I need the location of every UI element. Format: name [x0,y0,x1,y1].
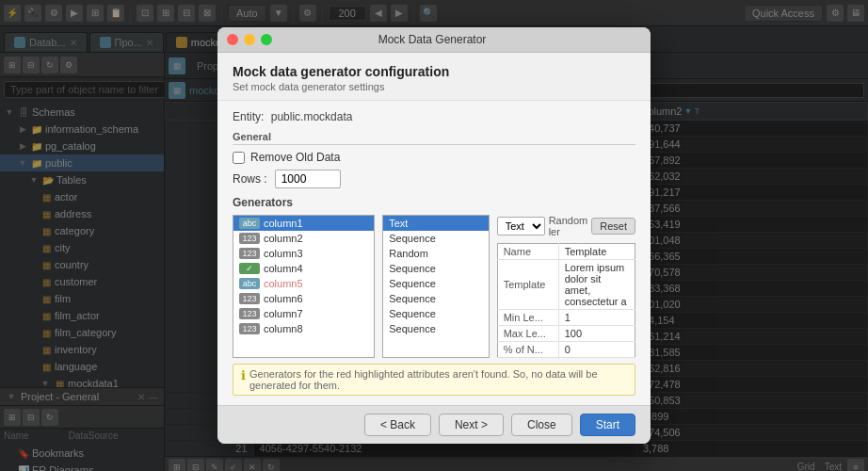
gen-prop-value: Lorem ipsum dolor sit amet, consectetur … [558,260,635,310]
rows-row: Rows : [233,170,635,188]
attr-label-column7: column7 [264,308,303,319]
gen-prop-value: 1 [558,310,635,326]
modal-body: Entity: public.mockdata General Remove O… [217,101,651,405]
attr-label-column8: column8 [264,323,303,334]
modal-header: Mock data generator configuration Set mo… [217,53,651,101]
remove-old-data-label: Remove Old Data [250,151,340,164]
modal-titlebar: Mock Data Generator [217,27,651,53]
modal-header-sub: Set mock data generator settings [233,81,635,92]
gen-item-1[interactable]: Sequence [383,231,488,246]
modal-overlay: Mock Data Generator Mock data generator … [0,0,868,471]
general-section-label: General [233,131,635,145]
modal-maximize-btn[interactable] [261,34,272,45]
gen-config-top: Text Random ler Reset [497,215,635,237]
gen-item-0[interactable]: Text [383,216,488,231]
gen-prop-name: Min Le... [497,310,558,326]
gen-prop-row: % of N...0 [497,342,635,358]
attr-icon-column7: 123 [239,308,260,319]
modal-footer: < Back Next > Close Start [217,405,651,444]
modal-title: Mock Data Generator [278,33,587,46]
gen-prop-row: Max Le...100 [497,326,635,342]
attr-label-column4: column4 [264,263,303,274]
gen-prop-name: Max Le... [497,326,558,342]
modal-minimize-btn[interactable] [244,34,255,45]
gen-prop-name: Name [497,244,558,260]
gen-prop-row: TemplateLorem ipsum dolor sit amet, cons… [497,260,635,310]
attr-item-column6[interactable]: 123column6 [233,291,374,306]
info-box: ℹ Generators for the red highlighted att… [233,364,635,396]
gen-prop-value: Template [558,244,635,260]
attr-label-column2: column2 [264,233,303,244]
info-circle-icon: ℹ [241,368,246,382]
rows-input[interactable] [275,170,341,188]
entity-label: Entity: [233,110,264,123]
gen-prop-value: 100 [558,326,635,342]
attr-item-column7[interactable]: 123column7 [233,306,374,321]
attr-icon-column6: 123 [239,293,260,304]
attr-icon-column4: ✓ [239,263,260,274]
attr-item-column4[interactable]: ✓column4 [233,261,374,276]
attr-item-column1[interactable]: abccolumn1 [233,216,374,231]
generator-list: TextSequenceRandomSequenceSequenceSequen… [382,215,489,358]
attr-icon-column5: abc [239,278,260,289]
attr-item-column2[interactable]: 123column2 [233,231,374,246]
generators-area: abccolumn1123column2123column3✓column4ab… [233,215,635,358]
random-label: Random ler [549,215,588,237]
remove-old-data-row: Remove Old Data [233,151,635,164]
gen-item-6[interactable]: Sequence [383,306,488,321]
gen-prop-row: Min Le...1 [497,310,635,326]
modal-header-title: Mock data generator configuration [233,64,635,79]
gen-item-4[interactable]: Sequence [383,276,488,291]
back-button[interactable]: < Back [364,414,431,436]
entity-value: public.mockdata [271,110,353,123]
gen-prop-row: NameTemplate [497,244,635,260]
remove-old-data-checkbox[interactable] [233,152,245,164]
gen-props-table: NameTemplateTemplateLorem ipsum dolor si… [497,243,635,358]
gen-item-5[interactable]: Sequence [383,291,488,306]
attr-icon-column3: 123 [239,248,260,259]
modal-close-btn[interactable] [227,34,238,45]
gen-item-3[interactable]: Sequence [383,261,488,276]
close-button[interactable]: Close [511,414,572,436]
attr-item-column8[interactable]: 123column8 [233,321,374,336]
info-text: Generators for the red highlighted attri… [249,368,627,391]
reset-button[interactable]: Reset [591,218,635,235]
attribute-list: abccolumn1123column2123column3✓column4ab… [233,215,375,358]
rows-label: Rows : [233,172,267,186]
attr-label-column5: column5 [264,278,303,289]
gen-type-select[interactable]: Text [497,217,545,236]
gen-item-7[interactable]: Sequence [383,321,488,336]
attr-label-column1: column1 [264,218,303,229]
gen-prop-name: Template [497,260,558,310]
attr-icon-column2: 123 [239,233,260,244]
attr-label-column6: column6 [264,293,303,304]
generators-label: Generators [233,196,635,209]
modal: Mock Data Generator Mock data generator … [217,27,651,444]
attr-label-column3: column3 [264,248,303,259]
gen-item-2[interactable]: Random [383,246,488,261]
attr-icon-column8: 123 [239,323,260,334]
gen-prop-name: % of N... [497,342,558,358]
gen-prop-value: 0 [558,342,635,358]
start-button[interactable]: Start [580,414,635,436]
next-button[interactable]: Next > [439,414,504,436]
modal-entity: Entity: public.mockdata [233,110,635,123]
attr-item-column3[interactable]: 123column3 [233,246,374,261]
generator-config: Text Random ler Reset NameTemplateTempla… [497,215,635,358]
attr-item-column5[interactable]: abccolumn5 [233,276,374,291]
attr-icon-column1: abc [239,218,260,229]
